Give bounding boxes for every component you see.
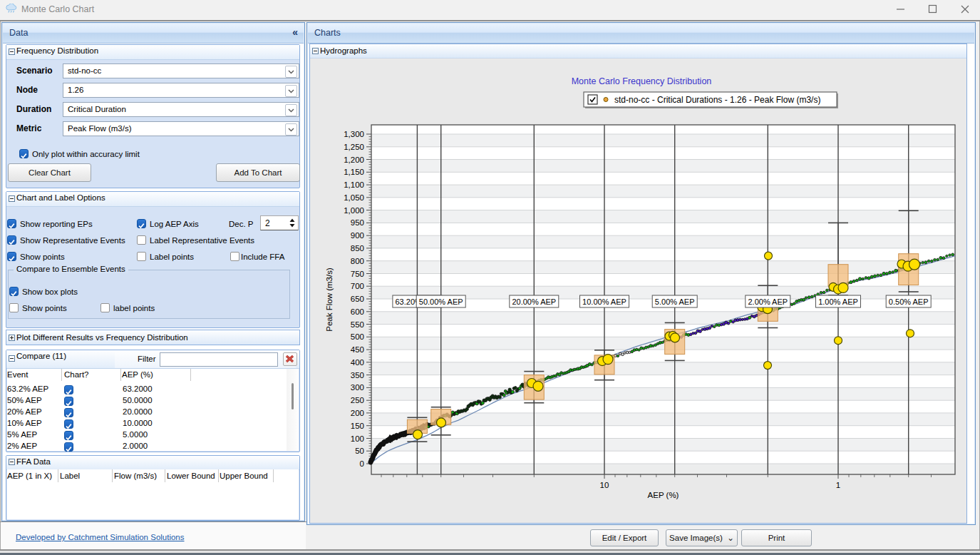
svg-text:600: 600 [351, 307, 364, 316]
svg-text:400: 400 [351, 358, 364, 367]
svg-text:AEP (%): AEP (%) [648, 491, 679, 499]
svg-text:Peak Flow (m3/s): Peak Flow (m3/s) [325, 268, 334, 332]
svg-text:50: 50 [355, 447, 364, 455]
svg-text:350: 350 [351, 371, 364, 380]
svg-text:1: 1 [836, 481, 840, 489]
svg-text:450: 450 [351, 345, 364, 354]
svg-text:10: 10 [600, 481, 609, 489]
svg-text:850: 850 [351, 244, 364, 253]
svg-text:2.00% AEP: 2.00% AEP [748, 297, 788, 306]
svg-text:5.00% AEP: 5.00% AEP [655, 297, 695, 306]
svg-text:500: 500 [351, 332, 364, 341]
svg-text:150: 150 [351, 422, 364, 430]
svg-text:550: 550 [351, 320, 364, 329]
svg-text:650: 650 [351, 295, 364, 303]
svg-text:200: 200 [351, 409, 364, 417]
svg-text:250: 250 [351, 396, 364, 404]
svg-text:1,100: 1,100 [344, 180, 364, 189]
svg-text:900: 900 [351, 231, 364, 240]
svg-text:800: 800 [351, 257, 364, 265]
svg-text:700: 700 [351, 282, 364, 290]
svg-text:950: 950 [351, 218, 364, 227]
svg-text:Monte Carlo Frequency Distribu: Monte Carlo Frequency Distribution [572, 76, 712, 86]
svg-text:300: 300 [351, 383, 364, 392]
svg-text:1,200: 1,200 [344, 156, 364, 164]
svg-text:50.00% AEP: 50.00% AEP [419, 297, 463, 306]
svg-text:1,250: 1,250 [344, 143, 364, 151]
svg-text:0.50% AEP: 0.50% AEP [889, 297, 929, 306]
svg-text:0: 0 [360, 459, 364, 468]
svg-text:750: 750 [351, 270, 364, 278]
svg-text:1,000: 1,000 [344, 206, 364, 215]
svg-text:1,300: 1,300 [344, 130, 364, 138]
svg-text:1,050: 1,050 [344, 193, 364, 202]
svg-text:1.00% AEP: 1.00% AEP [818, 297, 858, 306]
svg-text:20.00% AEP: 20.00% AEP [512, 297, 556, 306]
svg-text:1,150: 1,150 [344, 168, 364, 176]
svg-text:10.00% AEP: 10.00% AEP [582, 297, 626, 306]
svg-text:100: 100 [351, 434, 364, 443]
svg-text:std-no-cc - Critical Durations: std-no-cc - Critical Durations - 1.26 - … [614, 95, 820, 105]
